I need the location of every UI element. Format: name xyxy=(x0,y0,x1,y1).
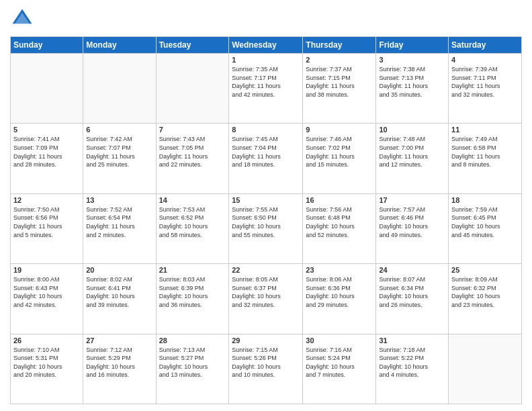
week-row-5: 26Sunrise: 7:10 AM Sunset: 5:31 PM Dayli… xyxy=(11,334,522,404)
day-info: Sunrise: 7:12 AM Sunset: 5:29 PM Dayligh… xyxy=(86,346,152,379)
header-row: SundayMondayTuesdayWednesdayThursdayFrid… xyxy=(11,37,522,54)
calendar-cell: 26Sunrise: 7:10 AM Sunset: 5:31 PM Dayli… xyxy=(11,334,83,404)
day-info: Sunrise: 7:18 AM Sunset: 5:22 PM Dayligh… xyxy=(379,346,445,379)
logo xyxy=(10,7,37,31)
day-number: 12 xyxy=(13,196,80,204)
day-info: Sunrise: 8:09 AM Sunset: 6:32 PM Dayligh… xyxy=(451,275,519,309)
calendar-cell: 9Sunrise: 7:46 AM Sunset: 7:02 PM Daylig… xyxy=(303,124,376,193)
logo-icon xyxy=(10,7,34,31)
weekday-header-friday: Friday xyxy=(376,37,449,54)
calendar-cell: 17Sunrise: 7:57 AM Sunset: 6:46 PM Dayli… xyxy=(376,193,449,263)
day-info: Sunrise: 7:39 AM Sunset: 7:11 PM Dayligh… xyxy=(451,65,519,99)
calendar-cell: 15Sunrise: 7:55 AM Sunset: 6:50 PM Dayli… xyxy=(229,193,303,263)
calendar-cell: 13Sunrise: 7:52 AM Sunset: 6:54 PM Dayli… xyxy=(83,193,156,263)
calendar-header: SundayMondayTuesdayWednesdayThursdayFrid… xyxy=(11,37,522,54)
day-number: 9 xyxy=(306,126,373,134)
calendar-cell: 23Sunrise: 8:06 AM Sunset: 6:36 PM Dayli… xyxy=(303,264,376,334)
page: SundayMondayTuesdayWednesdayThursdayFrid… xyxy=(0,0,532,411)
header xyxy=(10,7,522,31)
calendar-cell: 5Sunrise: 7:41 AM Sunset: 7:09 PM Daylig… xyxy=(11,124,83,193)
day-info: Sunrise: 7:43 AM Sunset: 7:05 PM Dayligh… xyxy=(159,135,226,169)
day-number: 14 xyxy=(159,196,226,204)
calendar-cell: 1Sunrise: 7:35 AM Sunset: 7:17 PM Daylig… xyxy=(229,54,303,124)
week-row-1: 1Sunrise: 7:35 AM Sunset: 7:17 PM Daylig… xyxy=(11,54,522,124)
day-info: Sunrise: 7:45 AM Sunset: 7:04 PM Dayligh… xyxy=(232,135,300,169)
day-info: Sunrise: 7:42 AM Sunset: 7:07 PM Dayligh… xyxy=(86,135,152,169)
calendar-cell xyxy=(83,54,156,124)
calendar-cell: 25Sunrise: 8:09 AM Sunset: 6:32 PM Dayli… xyxy=(449,264,522,334)
day-info: Sunrise: 7:53 AM Sunset: 6:52 PM Dayligh… xyxy=(159,205,226,239)
day-info: Sunrise: 7:46 AM Sunset: 7:02 PM Dayligh… xyxy=(306,135,373,169)
day-number: 31 xyxy=(379,336,445,345)
day-info: Sunrise: 7:38 AM Sunset: 7:13 PM Dayligh… xyxy=(379,65,445,99)
weekday-header-wednesday: Wednesday xyxy=(229,37,303,54)
weekday-header-tuesday: Tuesday xyxy=(156,37,229,54)
day-number: 7 xyxy=(159,126,226,134)
weekday-header-monday: Monday xyxy=(83,37,156,54)
day-info: Sunrise: 8:03 AM Sunset: 6:39 PM Dayligh… xyxy=(159,275,226,309)
day-info: Sunrise: 8:02 AM Sunset: 6:41 PM Dayligh… xyxy=(86,275,152,309)
day-number: 30 xyxy=(306,336,373,345)
calendar-body: 1Sunrise: 7:35 AM Sunset: 7:17 PM Daylig… xyxy=(11,54,522,404)
day-info: Sunrise: 8:07 AM Sunset: 6:34 PM Dayligh… xyxy=(379,275,445,309)
day-number: 5 xyxy=(13,126,80,134)
weekday-header-saturday: Saturday xyxy=(449,37,522,54)
day-number: 1 xyxy=(232,56,300,64)
calendar-cell: 22Sunrise: 8:05 AM Sunset: 6:37 PM Dayli… xyxy=(229,264,303,334)
calendar-cell: 31Sunrise: 7:18 AM Sunset: 5:22 PM Dayli… xyxy=(376,334,449,404)
day-number: 11 xyxy=(451,126,519,134)
calendar-cell: 4Sunrise: 7:39 AM Sunset: 7:11 PM Daylig… xyxy=(449,54,522,124)
day-info: Sunrise: 8:06 AM Sunset: 6:36 PM Dayligh… xyxy=(306,275,373,309)
calendar-cell: 18Sunrise: 7:59 AM Sunset: 6:45 PM Dayli… xyxy=(449,193,522,263)
calendar-cell: 11Sunrise: 7:49 AM Sunset: 6:58 PM Dayli… xyxy=(449,124,522,193)
calendar-cell: 27Sunrise: 7:12 AM Sunset: 5:29 PM Dayli… xyxy=(83,334,156,404)
day-number: 13 xyxy=(86,196,152,204)
calendar-cell: 14Sunrise: 7:53 AM Sunset: 6:52 PM Dayli… xyxy=(156,193,229,263)
calendar-cell: 24Sunrise: 8:07 AM Sunset: 6:34 PM Dayli… xyxy=(376,264,449,334)
day-info: Sunrise: 7:15 AM Sunset: 5:26 PM Dayligh… xyxy=(232,346,300,379)
day-number: 23 xyxy=(306,266,373,274)
day-number: 17 xyxy=(379,196,445,204)
day-number: 4 xyxy=(451,56,519,64)
day-number: 28 xyxy=(159,336,226,345)
calendar-table: SundayMondayTuesdayWednesdayThursdayFrid… xyxy=(10,36,522,404)
week-row-4: 19Sunrise: 8:00 AM Sunset: 6:43 PM Dayli… xyxy=(11,264,522,334)
calendar-cell: 2Sunrise: 7:37 AM Sunset: 7:15 PM Daylig… xyxy=(303,54,376,124)
calendar-cell: 30Sunrise: 7:16 AM Sunset: 5:24 PM Dayli… xyxy=(303,334,376,404)
day-info: Sunrise: 7:59 AM Sunset: 6:45 PM Dayligh… xyxy=(451,205,519,239)
calendar-cell: 12Sunrise: 7:50 AM Sunset: 6:56 PM Dayli… xyxy=(11,193,83,263)
day-number: 16 xyxy=(306,196,373,204)
day-info: Sunrise: 7:10 AM Sunset: 5:31 PM Dayligh… xyxy=(13,346,80,379)
calendar-cell: 21Sunrise: 8:03 AM Sunset: 6:39 PM Dayli… xyxy=(156,264,229,334)
day-info: Sunrise: 7:48 AM Sunset: 7:00 PM Dayligh… xyxy=(379,135,445,169)
day-info: Sunrise: 7:50 AM Sunset: 6:56 PM Dayligh… xyxy=(13,205,80,239)
day-info: Sunrise: 8:00 AM Sunset: 6:43 PM Dayligh… xyxy=(13,275,80,309)
day-number: 2 xyxy=(306,56,373,64)
day-number: 19 xyxy=(13,266,80,274)
day-number: 15 xyxy=(232,196,300,204)
calendar-cell: 19Sunrise: 8:00 AM Sunset: 6:43 PM Dayli… xyxy=(11,264,83,334)
day-number: 29 xyxy=(232,336,300,345)
day-number: 20 xyxy=(86,266,152,274)
day-number: 10 xyxy=(379,126,445,134)
day-number: 25 xyxy=(451,266,519,274)
day-info: Sunrise: 7:13 AM Sunset: 5:27 PM Dayligh… xyxy=(159,346,226,379)
calendar-cell: 8Sunrise: 7:45 AM Sunset: 7:04 PM Daylig… xyxy=(229,124,303,193)
day-number: 22 xyxy=(232,266,300,274)
calendar-cell: 20Sunrise: 8:02 AM Sunset: 6:41 PM Dayli… xyxy=(83,264,156,334)
day-info: Sunrise: 8:05 AM Sunset: 6:37 PM Dayligh… xyxy=(232,275,300,309)
weekday-header-sunday: Sunday xyxy=(11,37,83,54)
day-info: Sunrise: 7:56 AM Sunset: 6:48 PM Dayligh… xyxy=(306,205,373,239)
day-number: 18 xyxy=(451,196,519,204)
calendar-cell: 16Sunrise: 7:56 AM Sunset: 6:48 PM Dayli… xyxy=(303,193,376,263)
day-info: Sunrise: 7:55 AM Sunset: 6:50 PM Dayligh… xyxy=(232,205,300,239)
weekday-header-thursday: Thursday xyxy=(303,37,376,54)
calendar-cell: 10Sunrise: 7:48 AM Sunset: 7:00 PM Dayli… xyxy=(376,124,449,193)
calendar-cell xyxy=(449,334,522,404)
day-info: Sunrise: 7:16 AM Sunset: 5:24 PM Dayligh… xyxy=(306,346,373,379)
day-number: 26 xyxy=(13,336,80,345)
day-info: Sunrise: 7:52 AM Sunset: 6:54 PM Dayligh… xyxy=(86,205,152,239)
calendar-cell: 7Sunrise: 7:43 AM Sunset: 7:05 PM Daylig… xyxy=(156,124,229,193)
day-number: 8 xyxy=(232,126,300,134)
day-info: Sunrise: 7:49 AM Sunset: 6:58 PM Dayligh… xyxy=(451,135,519,169)
